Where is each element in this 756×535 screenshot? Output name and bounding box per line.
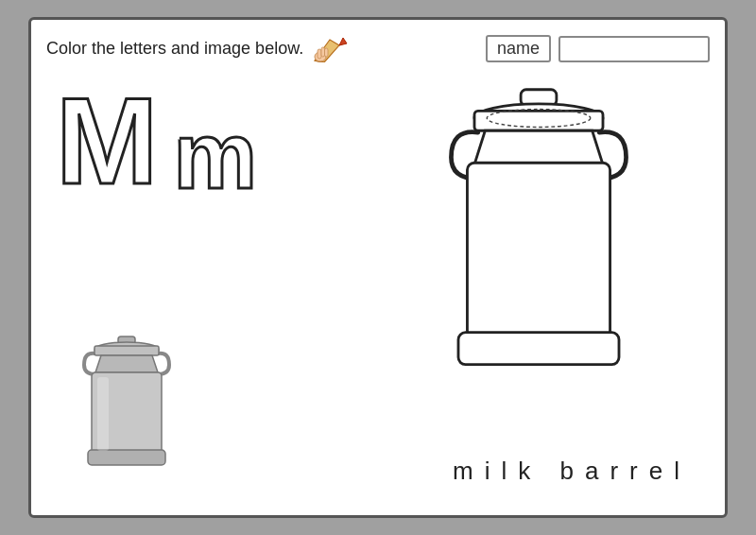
right-section: milk barrel — [368, 70, 710, 495]
name-label: name — [486, 35, 551, 62]
svg-rect-11 — [88, 450, 165, 465]
header: Color the letters and image below. name — [46, 35, 710, 62]
svg-rect-9 — [94, 346, 159, 355]
name-field-area: name — [486, 35, 710, 62]
lowercase-m: m — [173, 108, 257, 202]
svg-rect-17 — [458, 333, 619, 365]
pencil-icon — [313, 36, 354, 62]
name-input[interactable] — [558, 36, 710, 62]
svg-rect-5 — [321, 47, 325, 57]
svg-rect-12 — [97, 377, 109, 451]
svg-rect-6 — [325, 48, 329, 57]
svg-marker-1 — [339, 38, 347, 45]
left-section: M m — [46, 70, 368, 495]
small-milk-can — [75, 325, 179, 476]
main-content: M m — [46, 70, 710, 495]
instruction-text: Color the letters and image below. — [46, 36, 354, 62]
large-milk-can — [425, 70, 652, 391]
uppercase-M: M — [56, 79, 158, 202]
worksheet-page: Color the letters and image below. name — [28, 17, 728, 518]
letters-row: M m — [56, 79, 257, 202]
svg-rect-4 — [318, 49, 321, 59]
svg-rect-16 — [467, 163, 610, 337]
word-label: milk barrel — [453, 457, 710, 486]
instruction-label: Color the letters and image below. — [46, 39, 303, 59]
